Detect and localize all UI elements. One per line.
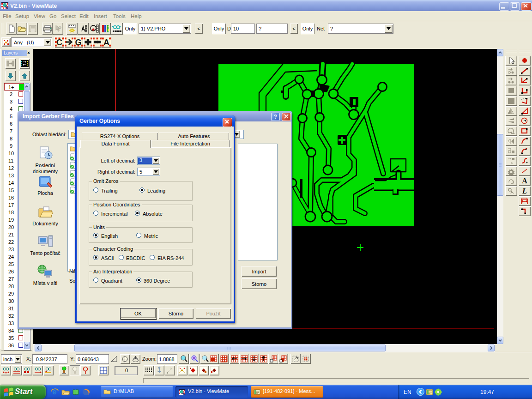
svg-text:G: G [75,38,81,47]
svg-text:A: A [522,177,527,185]
svg-text:L: L [522,187,527,195]
svg-text:C: C [56,38,62,47]
svg-text:?: ? [58,25,61,32]
svg-text:A: A [103,38,109,47]
